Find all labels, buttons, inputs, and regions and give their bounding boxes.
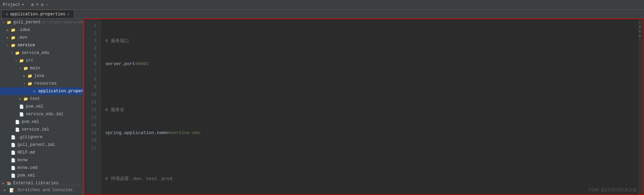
top-bar: Project ▾ ⊞ ≡ ⚙ — <box>0 0 644 10</box>
main-layout: ▾ 📁 guli_parent D:\study\java\code\proj … <box>0 18 644 195</box>
arrow-service-edu: ▾ <box>10 51 14 55</box>
service-iml-label: service.iml <box>22 127 49 132</box>
xml-icon-pom-root: 📄 <box>10 173 16 178</box>
sidebar-item-java[interactable]: ▶ 📁 java <box>0 72 83 80</box>
tab-label: application.properties <box>10 12 65 17</box>
tab-close-icon[interactable]: ✕ <box>67 12 69 16</box>
line-num-1: 1 <box>84 22 99 30</box>
src-label: src <box>26 58 33 63</box>
sidebar-item-mvn[interactable]: ▶ 📁 .mvn <box>0 34 83 41</box>
arrow-app-props <box>26 89 31 93</box>
collapse-icon[interactable]: — <box>46 2 48 8</box>
line-num-16: 16 <box>84 137 99 145</box>
arrow-test: ▶ <box>18 97 22 101</box>
list-icon[interactable]: ≡ <box>36 2 39 8</box>
line-7: # 环境设置：dev、test、prod <box>105 175 634 183</box>
sidebar-item-guli-iml[interactable]: 📄 guli_parent.iml <box>0 141 83 149</box>
mvnw-label: mvnw <box>17 158 28 163</box>
line-num-12: 12 <box>84 106 99 114</box>
line-num-6: 6 <box>84 60 99 68</box>
root-label: guli_parent <box>13 20 41 25</box>
sidebar-item-root[interactable]: ▾ 📁 guli_parent D:\study\java\code\proj <box>0 18 83 26</box>
iml-icon-service: 📄 <box>15 127 20 132</box>
sidebar-item-idea[interactable]: ▶ 📁 .idea <box>0 26 83 34</box>
sidebar-item-service[interactable]: ▾ 📁 service <box>0 41 83 49</box>
external-libs-label: External Libraries <box>13 181 59 185</box>
arrow-gitignore <box>6 135 10 139</box>
folder-icon-resources: 📁 <box>27 81 33 86</box>
watermark: CSDN @认识生活的灰太狼 <box>589 187 637 193</box>
pom-edu-label: pom.xml <box>26 104 43 109</box>
folder-icon-test: 📁 <box>23 96 29 102</box>
properties-icon: ⚙ <box>31 88 37 94</box>
arrow-mvnw <box>6 158 10 162</box>
service-edu-label: service_edu <box>22 50 49 55</box>
project-label: Project <box>3 2 20 7</box>
code-editor[interactable]: # 服务端口 server.port=8001 # 服务名 spring.app… <box>101 19 638 194</box>
line-4: # 服务名 <box>105 106 634 114</box>
tab-icon: ⚙ <box>6 12 8 16</box>
sidebar-item-pom-edu[interactable]: 📄 pom.xml <box>0 103 83 110</box>
top-bar-icons: ⊞ ≡ ⚙ — <box>31 2 48 8</box>
sidebar-item-test[interactable]: ▶ 📁 test <box>0 95 83 103</box>
arrow-pom-root <box>6 173 10 178</box>
pom-svc-label: pom.xml <box>22 119 39 124</box>
right-gutter: ✓ 1 ∧ ∨ <box>638 19 643 194</box>
sidebar-item-src[interactable]: ▾ 📁 src <box>0 57 83 64</box>
arrow-mvn: ▶ <box>6 36 10 40</box>
file-icon-mvnw: 📄 <box>10 157 16 163</box>
project-dropdown[interactable]: Project ▾ <box>3 2 24 7</box>
top-bar-left: Project ▾ ⊞ ≡ ⚙ — <box>3 2 48 8</box>
sidebar-item-service-edu-iml[interactable]: 📄 service_edu.iml <box>0 110 83 118</box>
arrow-pom-svc <box>10 120 14 124</box>
sidebar-item-external-libs[interactable]: ▶ 📚 External Libraries <box>0 179 83 185</box>
arrow-service-iml <box>10 127 14 132</box>
line-num-17: 17 <box>84 145 99 152</box>
arrow-mvnw-cmd <box>6 166 10 170</box>
sidebar-item-service-edu[interactable]: ▾ 📁 service_edu <box>0 49 83 57</box>
arrow-service-edu-iml <box>14 112 18 116</box>
sidebar-item-resources[interactable]: ▾ 📁 resources <box>0 80 83 87</box>
guli-iml-label: guli_parent.iml <box>17 142 55 147</box>
tab-bar: ⚙ application.properties ✕ <box>0 10 644 18</box>
line-5: spring.application.name=service-edu <box>105 129 634 137</box>
gitignore-icon: 📄 <box>10 134 16 140</box>
resources-label: resources <box>34 81 57 86</box>
line-num-7: 7 <box>84 68 99 76</box>
folder-icon-mvn: 📁 <box>10 35 16 40</box>
scratch-icon: 📝 <box>9 187 15 193</box>
layout-icon[interactable]: ⊞ <box>31 2 34 8</box>
arrow-service: ▾ <box>6 43 10 47</box>
line-num-15: 15 <box>84 129 99 137</box>
arrow-src: ▾ <box>14 58 18 63</box>
sidebar-item-pom-root[interactable]: 📄 pom.xml <box>0 172 83 179</box>
sidebar-item-scratches[interactable]: ▶ 📝 Scratches and Consoles <box>0 185 83 195</box>
dropdown-arrow: ▾ <box>22 2 24 7</box>
service-label: service <box>17 43 35 48</box>
sidebar-item-pom-svc[interactable]: 📄 pom.xml <box>0 118 83 126</box>
tab-application-properties[interactable]: ⚙ application.properties ✕ <box>1 10 74 18</box>
sidebar-item-service-iml[interactable]: 📄 service.iml <box>0 126 83 133</box>
line-num-13: 13 <box>84 114 99 122</box>
sidebar-item-mvnw-cmd[interactable]: 📄 mvnw.cmd <box>0 164 83 172</box>
java-label: java <box>34 73 44 78</box>
line-num-5: 5 <box>84 53 99 60</box>
arrow-ext-libs: ▶ <box>1 181 6 185</box>
arrow-guli-iml <box>6 143 10 147</box>
mvn-label: .mvn <box>17 35 28 40</box>
folder-icon-idea: 📁 <box>10 27 16 33</box>
line-1: # 服务端口 <box>105 37 634 45</box>
settings-icon[interactable]: ⚙ <box>41 2 44 8</box>
test-label: test <box>30 96 40 101</box>
line-2: server.port=8001 <box>105 60 634 68</box>
folder-icon-src: 📁 <box>19 58 24 63</box>
sidebar-item-gitignore[interactable]: 📄 .gitignore <box>0 133 83 141</box>
sidebar-item-help-md[interactable]: 📄 HELP.md <box>0 149 83 156</box>
app-props-label: application.properties <box>38 89 83 94</box>
arrow-scratches: ▶ <box>3 188 7 192</box>
sidebar-item-mvnw[interactable]: 📄 mvnw <box>0 156 83 164</box>
arrow-help <box>6 150 10 155</box>
sidebar-item-application-properties[interactable]: ⚙ application.properties <box>0 87 83 95</box>
file-icon-mvnw-cmd: 📄 <box>10 165 16 171</box>
sidebar-item-main[interactable]: ▾ 📁 main <box>0 64 83 72</box>
